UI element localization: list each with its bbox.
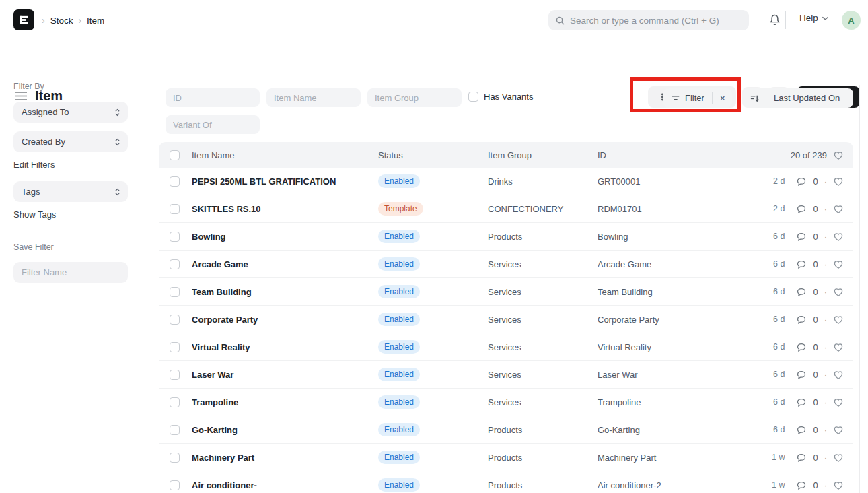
item-id: Laser War [598, 370, 756, 380]
comment-icon[interactable] [796, 397, 807, 407]
row-checkbox[interactable] [170, 315, 180, 325]
row-checkbox[interactable] [170, 287, 180, 297]
heart-icon[interactable] [833, 204, 844, 214]
heart-icon[interactable] [833, 259, 844, 269]
table-row[interactable]: Air conditioner- Enabled Products Air co… [159, 471, 853, 493]
row-checkbox[interactable] [170, 342, 180, 352]
comment-icon[interactable] [796, 259, 807, 269]
table-row[interactable]: Trampoline Enabled Services Trampoline 6… [159, 389, 853, 416]
row-checkbox[interactable] [170, 370, 180, 380]
row-checkbox[interactable] [170, 259, 180, 269]
table-row[interactable]: Arcade Game Enabled Services Arcade Game… [159, 251, 853, 278]
heart-icon[interactable] [833, 315, 844, 325]
tags-select[interactable]: Tags [13, 181, 128, 202]
show-tags-link[interactable]: Show Tags [13, 209, 56, 220]
row-checkbox[interactable] [170, 453, 180, 463]
id-filter-input[interactable] [166, 88, 260, 107]
row-checkbox[interactable] [170, 425, 180, 435]
comment-icon[interactable] [796, 425, 807, 435]
table-row[interactable]: Laser War Enabled Services Laser War 6 d… [159, 361, 853, 389]
heart-icon[interactable] [833, 370, 844, 380]
sidebar-toggle-icon[interactable] [14, 91, 28, 101]
sort-field-button[interactable]: Last Updated On [766, 88, 847, 108]
dot-separator: · [824, 397, 827, 407]
heart-icon[interactable] [833, 287, 844, 297]
filter-button[interactable]: Filter [663, 88, 712, 108]
table-row[interactable]: Bowling Enabled Products Bowling 6 d 0 · [159, 223, 853, 251]
comment-icon[interactable] [796, 453, 807, 463]
item-name[interactable]: Bowling [192, 232, 378, 242]
edit-filters-link[interactable]: Edit Filters [13, 160, 55, 170]
heart-icon[interactable] [833, 480, 844, 490]
row-checkbox[interactable] [170, 204, 180, 214]
sort-descending-icon [750, 94, 760, 103]
dot-separator: · [824, 315, 827, 325]
filter-name-input[interactable] [13, 262, 128, 283]
item-name[interactable]: Virtual Reality [192, 342, 378, 352]
heart-icon[interactable] [833, 425, 844, 435]
item-name[interactable]: Trampoline [192, 397, 378, 407]
heart-icon[interactable] [833, 150, 844, 160]
item-name[interactable]: Air conditioner- [192, 480, 378, 490]
row-checkbox[interactable] [170, 232, 180, 242]
comment-icon[interactable] [796, 315, 807, 325]
notification-bell-icon[interactable] [768, 13, 782, 27]
list-filter-bar: Has Variants Filter × Last [159, 84, 853, 138]
heart-icon[interactable] [833, 342, 844, 352]
table-row[interactable]: SKITTLES RS.10 Template CONFECTIONERY RD… [159, 195, 853, 223]
item-name[interactable]: SKITTLES RS.10 [192, 204, 378, 214]
table-row[interactable]: PEPSI 250ML BTL GRATIFICATION Enabled Dr… [159, 168, 853, 195]
table-row[interactable]: Machinery Part Enabled Products Machiner… [159, 444, 853, 471]
heart-icon[interactable] [833, 453, 844, 463]
comment-icon[interactable] [796, 480, 807, 490]
row-checkbox[interactable] [170, 480, 180, 490]
heart-icon[interactable] [833, 397, 844, 407]
global-search-input[interactable]: Search or type a command (Ctrl + G) [548, 10, 749, 30]
item-name[interactable]: PEPSI 250ML BTL GRATIFICATION [192, 176, 378, 187]
item-name[interactable]: Laser War [192, 370, 378, 380]
status-badge: Enabled [378, 451, 420, 464]
heart-icon[interactable] [833, 176, 844, 187]
sort-direction-button[interactable] [742, 88, 766, 108]
variant-of-filter-input[interactable] [166, 115, 260, 134]
comment-icon[interactable] [796, 204, 807, 214]
comment-icon[interactable] [796, 176, 807, 187]
item-name-filter-input[interactable] [266, 88, 361, 107]
table-row[interactable]: Virtual Reality Enabled Services Virtual… [159, 333, 853, 361]
breadcrumb-stock[interactable]: Stock [50, 15, 73, 26]
comment-icon[interactable] [796, 370, 807, 380]
comment-icon[interactable] [796, 342, 807, 352]
status-badge: Enabled [378, 395, 420, 409]
sort-selector[interactable]: Last Updated On [742, 88, 853, 108]
scrollbar-track[interactable] [859, 85, 860, 493]
created-by-select[interactable]: Created By [13, 131, 128, 152]
row-checkbox[interactable] [170, 397, 180, 407]
item-name[interactable]: Arcade Game [192, 259, 378, 269]
assigned-to-select[interactable]: Assigned To [13, 102, 128, 123]
created-by-label: Created By [22, 137, 65, 147]
breadcrumb-item[interactable]: Item [87, 15, 104, 26]
clear-filter-button[interactable]: × [713, 88, 733, 108]
app-logo[interactable] [13, 9, 34, 30]
select-all-checkbox[interactable] [170, 150, 180, 160]
comment-icon[interactable] [796, 287, 807, 297]
chevron-right-icon: › [42, 15, 45, 26]
heart-icon[interactable] [833, 232, 844, 242]
table-row[interactable]: Team Building Enabled Services Team Buil… [159, 278, 853, 306]
item-name[interactable]: Corporate Party [192, 315, 378, 325]
comment-count: 0 [813, 287, 818, 297]
row-checkbox[interactable] [170, 176, 180, 187]
comment-count: 0 [813, 232, 818, 242]
item-name[interactable]: Machinery Part [192, 453, 378, 463]
has-variants-checkbox[interactable]: Has Variants [468, 92, 533, 102]
help-menu[interactable]: Help [799, 13, 829, 23]
item-name[interactable]: Team Building [192, 287, 378, 297]
row-age: 6 d [773, 425, 785, 434]
item-name[interactable]: Go-Karting [192, 425, 378, 435]
comment-icon[interactable] [796, 232, 807, 242]
table-row[interactable]: Corporate Party Enabled Services Corpora… [159, 306, 853, 333]
user-avatar[interactable]: A [842, 11, 861, 30]
item-group: CONFECTIONERY [488, 204, 598, 214]
table-row[interactable]: Go-Karting Enabled Products Go-Karting 6… [159, 416, 853, 444]
item-group-filter-input[interactable] [367, 88, 462, 107]
